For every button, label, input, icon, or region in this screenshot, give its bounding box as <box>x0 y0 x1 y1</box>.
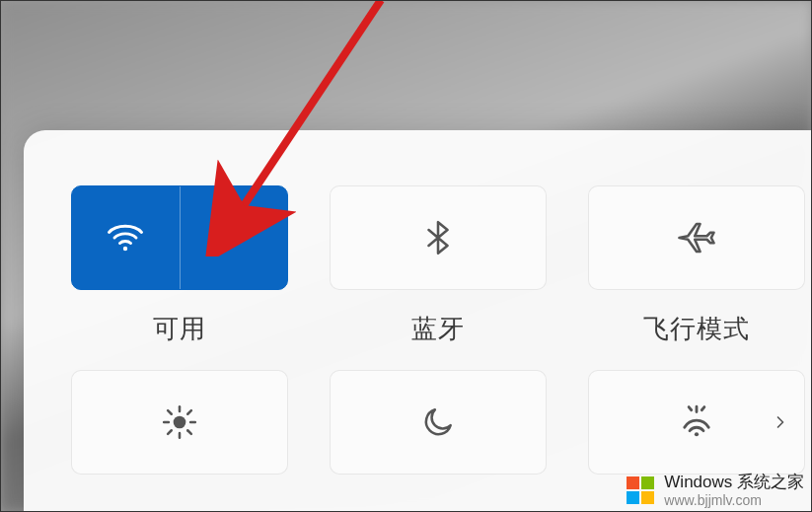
wifi-icon <box>104 216 147 259</box>
wifi-label: 可用 <box>153 312 206 346</box>
brightness-icon <box>161 403 198 441</box>
svg-line-8 <box>168 430 172 434</box>
chevron-right-icon <box>221 225 247 251</box>
svg-rect-14 <box>627 491 639 504</box>
svg-line-6 <box>168 410 172 414</box>
hotspot-tile[interactable] <box>588 370 805 475</box>
moon-icon <box>419 403 457 441</box>
airplane-tile[interactable] <box>588 185 805 290</box>
svg-rect-13 <box>641 476 654 489</box>
svg-point-10 <box>695 432 699 436</box>
svg-line-7 <box>187 430 191 434</box>
brightness-cell <box>71 370 288 475</box>
chevron-right-icon <box>771 412 790 432</box>
bluetooth-tile[interactable] <box>330 185 547 290</box>
watermark: Windows 系统之家 www.bjjmlv.com <box>623 473 804 508</box>
wifi-cell: 可用 <box>71 185 288 346</box>
airplane-cell: 飞行模式 <box>588 185 805 346</box>
brightness-tile[interactable] <box>71 370 288 475</box>
hotspot-cell <box>588 370 805 475</box>
quick-settings-panel: 可用 蓝牙 飞行模式 <box>24 130 812 512</box>
nightlight-tile[interactable] <box>330 370 547 475</box>
svg-point-1 <box>174 416 186 429</box>
bluetooth-label: 蓝牙 <box>411 312 465 346</box>
quick-settings-grid: 可用 蓝牙 飞行模式 <box>71 185 765 475</box>
wifi-tile[interactable] <box>71 185 288 290</box>
svg-rect-15 <box>641 491 654 504</box>
svg-point-0 <box>123 247 127 251</box>
wifi-toggle[interactable] <box>72 186 181 289</box>
bluetooth-cell: 蓝牙 <box>330 185 547 346</box>
nightlight-cell <box>330 370 547 475</box>
svg-rect-12 <box>627 476 639 489</box>
svg-line-9 <box>187 410 191 414</box>
bluetooth-icon <box>419 219 457 256</box>
hotspot-icon <box>676 402 717 443</box>
wifi-expand-button[interactable] <box>181 186 288 289</box>
airplane-icon <box>676 217 717 258</box>
watermark-logo-icon <box>623 473 658 508</box>
airplane-label: 飞行模式 <box>643 312 750 346</box>
watermark-line1: Windows 系统之家 <box>664 473 804 492</box>
watermark-line2: www.bjjmlv.com <box>664 492 804 508</box>
